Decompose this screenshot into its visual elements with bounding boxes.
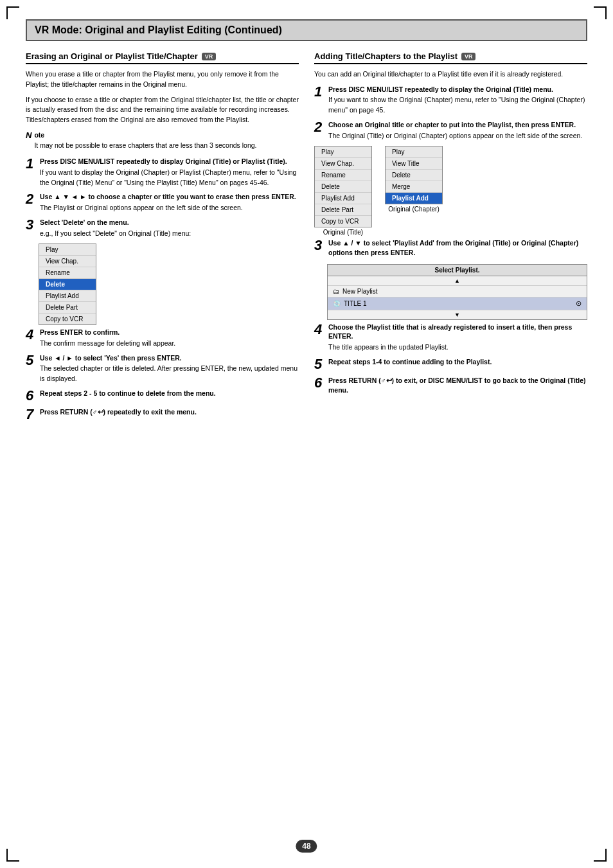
right-step-2: 2 Choose an Original title or chapter to… (314, 120, 587, 141)
new-playlist-label: New Playlist (342, 288, 377, 295)
oc-play: Play (386, 146, 442, 158)
menu-item-deletepart: Delete Part (39, 302, 96, 314)
ot-play: Play (315, 146, 371, 158)
playlist-item-title1: 💿 TITLE 1 ⊙ (328, 297, 587, 310)
corner-br (594, 849, 607, 862)
left-step-2: 2 Use ▲ ▼ ◄ ► to choose a chapter or tit… (26, 192, 299, 213)
left-step-4: 4 Press ENTER to confirm. The confirm me… (26, 328, 299, 348)
menu-item-viewchap: View Chap. (39, 256, 96, 267)
left-step-7: 7 Press RETURN (♂↩) repeatedly to exit t… (26, 407, 299, 421)
corner-bl (6, 849, 19, 862)
original-chapter-col: Play View Title Delete Merge Playlist Ad… (385, 146, 443, 236)
right-step-6: 6 Press RETURN (♂↩) to exit, or DISC MEN… (314, 376, 587, 396)
corner-tl (6, 6, 19, 19)
original-chapter-label: Original (Chapter) (388, 206, 439, 213)
left-menu-box: Play View Chap. Rename Delete Playlist A… (39, 244, 96, 325)
left-section-title: Erasing an Original or Playlist Title/Ch… (26, 51, 299, 64)
original-title-col: Play View Chap. Rename Delete Playlist A… (314, 146, 372, 236)
oc-delete: Delete (386, 170, 442, 181)
menu-item-copytovrc: Copy to VCR (39, 314, 96, 324)
menu-item-delete: Delete (39, 279, 96, 290)
oc-viewtitle: View Title (386, 158, 442, 170)
right-section-title: Adding Title/Chapters to the Playlist VR (314, 51, 587, 64)
playlist-select-title: Select Playlist. (328, 265, 587, 276)
note-icon: N (26, 130, 31, 141)
original-title-label: Original (Title) (323, 229, 363, 236)
original-chapter-menu: Play View Title Delete Merge Playlist Ad… (385, 146, 443, 204)
oc-merge: Merge (386, 181, 442, 193)
playlist-scroll-up: ▲ (328, 276, 587, 286)
menu-item-playlistadd: Playlist Add (39, 290, 96, 302)
note-box: N ote It may not be possible to erase ch… (26, 130, 299, 151)
corner-tr (594, 6, 607, 19)
left-step-6: 6 Repeat steps 2 - 5 to continue to dele… (26, 389, 299, 403)
left-step-5: 5 Use ◄ / ► to select 'Yes' then press E… (26, 353, 299, 384)
dual-menu-container: Play View Chap. Rename Delete Playlist A… (314, 146, 587, 236)
ot-rename: Rename (315, 170, 371, 181)
ot-viewchap: View Chap. (315, 158, 371, 170)
playlist-select-box: Select Playlist. ▲ 🗂 New Playlist 💿 TITL… (327, 264, 587, 320)
right-intro: You can add an Original title/chapter to… (314, 69, 587, 80)
vr-badge-right: VR (461, 53, 476, 60)
right-step-3: 3 Use ▲ / ▼ to select 'Playlist Add' fro… (314, 238, 587, 258)
title1-check: ⊙ (576, 299, 582, 308)
oc-playlistadd: Playlist Add (386, 193, 442, 204)
menu-item-play: Play (39, 244, 96, 256)
right-column: Adding Title/Chapters to the Playlist VR… (314, 51, 587, 426)
title1-icon: 💿 (333, 300, 341, 307)
ot-playlistadd: Playlist Add (315, 193, 371, 204)
ot-deletepart: Delete Part (315, 204, 371, 216)
left-step-1: 1 Press DISC MENU/LIST repeatedly to dis… (26, 157, 299, 188)
vr-badge-left: VR (202, 53, 217, 60)
original-title-menu: Play View Chap. Rename Delete Playlist A… (314, 146, 372, 227)
page-number: 48 (296, 840, 317, 853)
ot-copytovrc: Copy to VCR (315, 216, 371, 227)
note-body: It may not be possible to erase chapters… (34, 141, 256, 149)
left-column: Erasing an Original or Playlist Title/Ch… (26, 51, 299, 426)
note-label: ote (34, 131, 44, 139)
main-title: VR Mode: Original and Playlist Editing (… (26, 19, 587, 41)
left-menu-container: Play View Chap. Rename Delete Playlist A… (39, 244, 299, 325)
left-intro-1: When you erase a title or chapter from t… (26, 69, 299, 90)
menu-item-rename: Rename (39, 267, 96, 279)
left-intro-2: If you choose to erase a title or chapte… (26, 95, 299, 125)
left-step-3: 3 Select 'Delete' on the menu. e.g., If … (26, 218, 299, 238)
playlist-scroll-down: ▼ (328, 310, 587, 319)
new-playlist-icon: 🗂 (333, 288, 339, 295)
ot-delete: Delete (315, 181, 371, 193)
right-step-4: 4 Choose the Playlist title that is alre… (314, 323, 587, 353)
right-step-5: 5 Repeat steps 1-4 to continue adding to… (314, 357, 587, 371)
title1-label: TITLE 1 (344, 300, 367, 307)
playlist-item-new: 🗂 New Playlist (328, 286, 587, 297)
right-step-1: 1 Press DISC MENU/LIST repeatedly to dis… (314, 85, 587, 116)
